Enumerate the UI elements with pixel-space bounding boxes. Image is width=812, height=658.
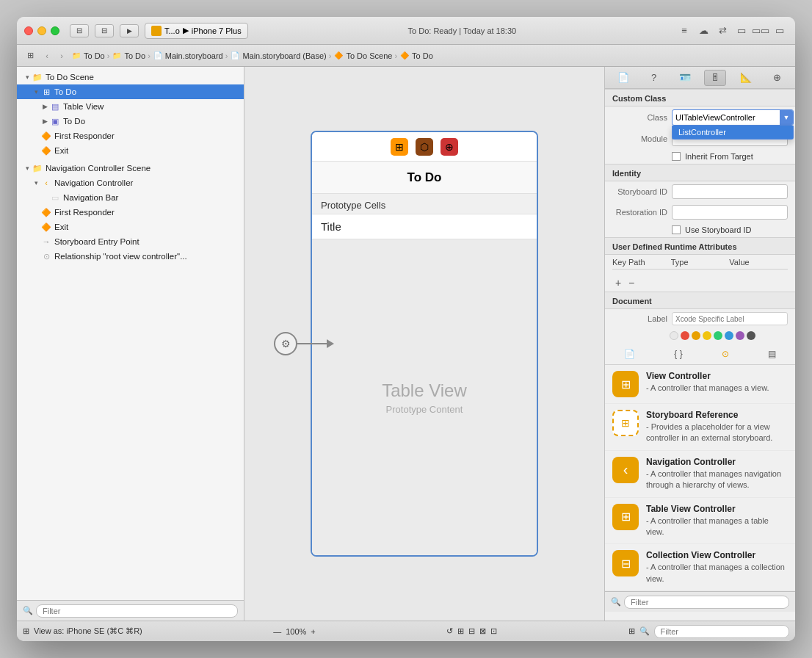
color-orange[interactable] (692, 331, 700, 340)
scheme-selector[interactable]: T...o ▶ iPhone 7 Plus (145, 23, 248, 39)
attributes-inspector-tab[interactable]: 🎚 (704, 70, 726, 86)
grid-bottom-button[interactable]: ⊞ (23, 626, 29, 636)
lib-btn-objects[interactable]: ⊙ (716, 346, 735, 362)
nav-controller-icon: ‹ (612, 457, 639, 483)
toggle-todo-cell[interactable]: ▶ (40, 118, 49, 125)
user-defined-header: User Defined Runtime Attributes (605, 237, 795, 255)
library-item-table-vc[interactable]: ⊞ Table View Controller - A controller t… (605, 498, 795, 545)
arrow-head (327, 339, 334, 348)
iphone-mockup: ⊞ ⬡ ⊕ To Do Prototype Cells Title Table … (311, 131, 538, 557)
storyboard-id-input[interactable] (672, 184, 788, 199)
tree-item-exit-2[interactable]: 🔶 Exit (17, 220, 244, 234)
maximize-button[interactable] (51, 26, 59, 35)
tree-item-table-view[interactable]: ▶ ▤ Table View (17, 99, 244, 114)
library-item-nav-controller[interactable]: ‹ Navigation Controller - A controller t… (605, 451, 795, 498)
toggle-navctrl-scene[interactable]: ▾ (23, 164, 32, 172)
bc-todo-folder[interactable]: 📁 To Do (71, 51, 105, 61)
scene-icon: 🔶 (333, 51, 344, 61)
class-input[interactable] (673, 113, 780, 122)
tree-item-todo-vc[interactable]: ▾ ⊞ To Do (17, 84, 244, 99)
bc-mainstoryboard[interactable]: 📄 Main.storyboard (153, 51, 223, 61)
bc-todo-vc[interactable]: 🔶 To Do (399, 51, 433, 61)
layout-2-button[interactable]: ▭▭ (753, 23, 769, 39)
remove-attribute-button[interactable]: − (626, 277, 637, 289)
left-filter-bar: 🔍 (17, 600, 244, 621)
identity-inspector-tab[interactable]: 🪪 (674, 70, 696, 86)
minimize-button[interactable] (37, 26, 46, 35)
cell-row-title: Title (312, 214, 537, 239)
entry-point-label: Storyboard Entry Point (54, 237, 139, 246)
tree-item-entry-point[interactable]: → Storyboard Entry Point (17, 234, 244, 249)
back-forward-button[interactable]: ⇄ (714, 23, 731, 39)
bottom-filter-input[interactable] (654, 625, 789, 638)
layout-button-1[interactable]: ⊞ (457, 626, 464, 636)
connections-inspector-tab[interactable]: ⊕ (766, 70, 788, 86)
bc-mainstoryboard-base[interactable]: 📄 Main.storyboard (Base) (230, 51, 326, 61)
tree-item-navctrl[interactable]: ▾ ‹ Navigation Controller (17, 176, 244, 190)
toggle-todo-vc[interactable]: ▾ (32, 88, 40, 95)
refresh-button[interactable]: ↺ (446, 626, 453, 636)
grid-bottom-right[interactable]: ⊞ (628, 626, 635, 636)
layout-button-3[interactable]: ⊠ (479, 626, 486, 636)
zoom-in-button[interactable]: + (311, 627, 315, 636)
color-blue[interactable] (725, 331, 733, 340)
library-item-collection-vc[interactable]: ⊟ Collection View Controller - A control… (605, 544, 795, 591)
todo-cell-label: To Do (63, 117, 85, 126)
toggle-navctrl[interactable]: ▾ (32, 179, 40, 187)
tree-item-navbar[interactable]: ▭ Navigation Bar (17, 190, 244, 205)
add-attribute-button[interactable]: + (612, 277, 624, 289)
color-dark[interactable] (747, 331, 755, 340)
tree-item-first-responder-1[interactable]: 🔶 First Responder (17, 129, 244, 143)
storyboard-ref-text: Storyboard Reference - Provides a placeh… (646, 410, 788, 444)
toggle-table-view[interactable]: ▶ (40, 103, 49, 110)
quick-help-tab[interactable]: ? (643, 70, 665, 86)
grid-view-button[interactable]: ⊞ (23, 48, 37, 63)
layout-button-4[interactable]: ⊡ (490, 626, 497, 636)
use-storyboard-checkbox[interactable] (672, 225, 681, 234)
document-label-input[interactable] (672, 312, 788, 325)
close-button[interactable] (24, 26, 33, 35)
navigator-button[interactable]: ≡ (676, 23, 692, 39)
restoration-id-input[interactable] (672, 205, 788, 220)
nav-title: To Do (407, 170, 442, 185)
file-inspector-tab[interactable]: 📄 (612, 70, 634, 86)
left-filter-input[interactable] (36, 604, 238, 618)
lib-btn-file[interactable]: 📄 (618, 346, 641, 362)
library-item-view-controller[interactable]: ⊞ View Controller - A controller that ma… (605, 365, 795, 404)
layout-3-button[interactable]: ▭ (772, 23, 788, 39)
color-purple[interactable] (736, 331, 744, 340)
canvas-area[interactable]: ⚙ ⊞ ⬡ ⊕ To Do Prototype Cells Tit (244, 67, 604, 621)
color-red[interactable] (681, 331, 689, 340)
bc-todo-group[interactable]: 📁 To Do (112, 51, 145, 61)
tree-item-exit-1[interactable]: 🔶 Exit (17, 143, 244, 158)
lib-btn-media[interactable]: ▤ (762, 346, 782, 362)
sidebar-toggle-button[interactable]: ⊟ (70, 24, 89, 37)
tree-item-navctrl-scene[interactable]: ▾ 📁 Navigation Controller Scene (17, 161, 244, 176)
color-green[interactable] (714, 331, 722, 340)
inherit-checkbox[interactable] (672, 152, 681, 161)
report-button[interactable]: ☁ (695, 23, 711, 39)
lib-btn-code[interactable]: { } (668, 346, 688, 362)
right-filter-input[interactable] (624, 596, 789, 609)
tree-item-first-responder-2[interactable]: 🔶 First Responder (17, 205, 244, 220)
color-none[interactable] (670, 331, 678, 340)
class-dropdown-arrow[interactable]: ▼ (780, 110, 793, 125)
library-item-storyboard-ref[interactable]: ⊞ Storyboard Reference - Provides a plac… (605, 404, 795, 451)
nav-forward-button[interactable]: › (55, 49, 68, 62)
tree-item-todo-cell[interactable]: ▶ ▣ To Do (17, 114, 244, 129)
color-yellow[interactable] (703, 331, 711, 340)
tree-item-relationship[interactable]: ⊙ Relationship "root view controller"... (17, 249, 244, 264)
run-button[interactable]: ▶ (120, 24, 139, 37)
tree-item-todo-scene[interactable]: ▾ 📁 To Do Scene (17, 70, 244, 84)
layout-button-2[interactable]: ⊟ (468, 626, 475, 636)
size-inspector-tab[interactable]: 📐 (735, 70, 757, 86)
layout-1-button[interactable]: ▭ (733, 23, 750, 39)
class-input-container: ▼ (672, 109, 794, 126)
dropdown-item-listcontroller[interactable]: ListController (673, 126, 793, 139)
nav-back-button[interactable]: ‹ (40, 49, 54, 62)
zoom-out-button[interactable]: — (273, 627, 281, 636)
toggle-todo-scene[interactable]: ▾ (23, 73, 32, 81)
bc-todoscene[interactable]: 🔶 To Do Scene (333, 51, 392, 61)
navigator-toggle-button[interactable]: ⊟ (95, 24, 114, 37)
collection-vc-name: Collection View Controller (646, 550, 755, 560)
